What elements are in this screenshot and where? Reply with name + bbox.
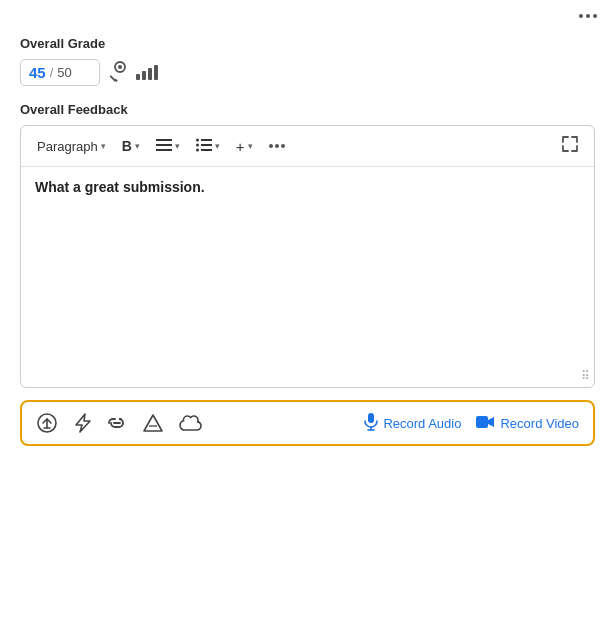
svg-point-9 [196, 143, 199, 146]
list-icon [196, 138, 212, 155]
editor-text: What a great submission. [35, 179, 580, 195]
editor-content[interactable]: What a great submission. ⠿ [21, 167, 594, 387]
feedback-section: Overall Feedback Paragraph ▾ B ▾ [20, 102, 595, 388]
page-container: Overall Grade 45 / 50 [0, 0, 615, 621]
camera-icon [475, 415, 495, 432]
grade-input-wrapper[interactable]: 45 / 50 [20, 59, 100, 86]
grade-label: Overall Grade [20, 36, 595, 51]
svg-rect-20 [476, 416, 488, 428]
bottom-toolbar-right: Record Audio Record Video [364, 412, 579, 434]
grade-value: 45 [29, 64, 46, 81]
lightning-icon[interactable] [72, 412, 92, 434]
svg-point-1 [118, 65, 122, 69]
microphone-icon [364, 412, 378, 434]
align-icon [156, 138, 172, 155]
bold-chevron-icon: ▾ [135, 141, 140, 151]
align-chevron-icon: ▾ [175, 141, 180, 151]
toolbar-paragraph[interactable]: Paragraph ▾ [31, 135, 112, 158]
list-chevron-icon: ▾ [215, 141, 220, 151]
paragraph-chevron-icon: ▾ [101, 141, 106, 151]
grade-section: Overall Grade 45 / 50 [20, 36, 595, 86]
toolbar-more-button[interactable] [263, 140, 291, 152]
add-label: + [236, 138, 245, 155]
grade-row: 45 / 50 [20, 59, 595, 86]
svg-point-7 [196, 138, 199, 141]
svg-rect-17 [368, 413, 374, 423]
bottom-toolbar-left [36, 412, 364, 434]
add-chevron-icon: ▾ [248, 141, 253, 151]
toolbar-add[interactable]: + ▾ [230, 134, 259, 159]
paragraph-label: Paragraph [37, 139, 98, 154]
record-video-button[interactable]: Record Video [475, 415, 579, 432]
record-audio-button[interactable]: Record Audio [364, 412, 461, 434]
cloud-icon[interactable] [178, 414, 204, 432]
bottom-toolbar: Record Audio Record Video [20, 400, 595, 446]
bold-label: B [122, 138, 132, 154]
record-audio-label: Record Audio [383, 416, 461, 431]
grade-separator: / [50, 65, 54, 80]
toolbar-list[interactable]: ▾ [190, 134, 226, 159]
svg-point-11 [196, 148, 199, 151]
feedback-label: Overall Feedback [20, 102, 595, 117]
editor-toolbar: Paragraph ▾ B ▾ ▾ [21, 126, 594, 167]
record-video-label: Record Video [500, 416, 579, 431]
editor-container: Paragraph ▾ B ▾ ▾ [20, 125, 595, 388]
more-options-button[interactable] [579, 14, 597, 18]
link-icon[interactable] [106, 416, 128, 430]
toolbar-align[interactable]: ▾ [150, 134, 186, 159]
signal-bars-icon[interactable] [136, 65, 158, 80]
key-icon[interactable] [110, 61, 126, 85]
toolbar-expand-button[interactable] [556, 132, 584, 160]
grade-max: 50 [57, 65, 71, 80]
google-drive-icon[interactable] [142, 412, 164, 434]
resize-handle-icon[interactable]: ⠿ [581, 369, 590, 383]
toolbar-bold[interactable]: B ▾ [116, 134, 146, 158]
embed-icon[interactable] [36, 412, 58, 434]
